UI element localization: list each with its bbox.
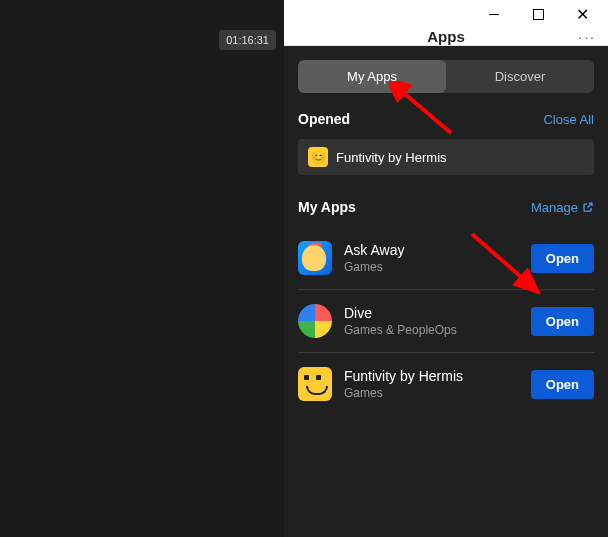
panel-title: Apps <box>427 28 465 45</box>
app-category: Games <box>344 260 519 274</box>
window-titlebar: ✕ <box>284 0 608 28</box>
my-apps-section-label: My Apps <box>298 199 356 215</box>
apps-panel: ✕ Apps ··· My Apps Discover Opened Close… <box>284 0 608 537</box>
opened-app-item[interactable]: 😊 Funtivity by Hermis <box>298 139 594 175</box>
opened-app-name: Funtivity by Hermis <box>336 150 447 165</box>
open-button-ask-away[interactable]: Open <box>531 244 594 273</box>
panel-header: Apps ··· <box>284 28 608 46</box>
minimize-button[interactable] <box>472 0 516 28</box>
open-button-funtivity[interactable]: Open <box>531 370 594 399</box>
tab-discover[interactable]: Discover <box>446 60 594 93</box>
close-all-link[interactable]: Close All <box>543 112 594 127</box>
ask-away-icon <box>298 241 332 275</box>
external-link-icon <box>582 201 594 213</box>
app-category: Games & PeopleOps <box>344 323 519 337</box>
tab-my-apps[interactable]: My Apps <box>298 60 446 93</box>
app-list: Ask Away Games Open Dive Games & PeopleO… <box>298 227 594 415</box>
manage-label: Manage <box>531 200 578 215</box>
app-row-funtivity: Funtivity by Hermis Games Open <box>298 353 594 415</box>
video-pane: 01:16:31 <box>0 0 284 537</box>
app-name: Dive <box>344 305 519 321</box>
app-row-ask-away: Ask Away Games Open <box>298 227 594 290</box>
app-name: Ask Away <box>344 242 519 258</box>
meeting-timer: 01:16:31 <box>219 30 276 50</box>
funtivity-app-icon <box>298 367 332 401</box>
tab-bar: My Apps Discover <box>298 60 594 93</box>
close-window-button[interactable]: ✕ <box>560 0 604 28</box>
opened-section-label: Opened <box>298 111 350 127</box>
funtivity-icon: 😊 <box>308 147 328 167</box>
more-options-button[interactable]: ··· <box>578 29 596 45</box>
app-row-dive: Dive Games & PeopleOps Open <box>298 290 594 353</box>
app-name: Funtivity by Hermis <box>344 368 519 384</box>
app-category: Games <box>344 386 519 400</box>
maximize-button[interactable] <box>516 0 560 28</box>
dive-icon <box>298 304 332 338</box>
open-button-dive[interactable]: Open <box>531 307 594 336</box>
manage-link[interactable]: Manage <box>531 200 594 215</box>
